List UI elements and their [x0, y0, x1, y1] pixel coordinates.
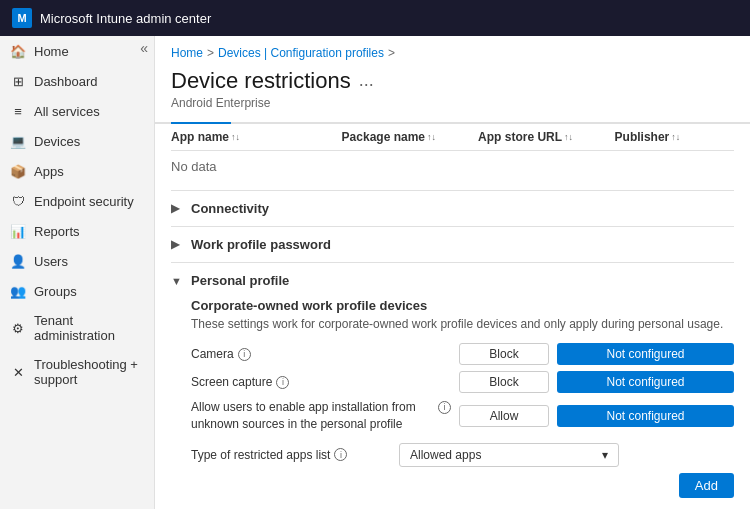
sidebar-item-all-services[interactable]: ≡All services — [0, 96, 154, 126]
unknown-sources-not-configured-button[interactable]: Not configured — [557, 405, 734, 427]
unknown-sources-label: Allow users to enable app installation f… — [191, 399, 451, 433]
devices-icon: 💻 — [10, 133, 26, 149]
camera-not-configured-button[interactable]: Not configured — [557, 343, 734, 365]
app-table-no-data: No data — [171, 151, 734, 182]
top-bar-title: Microsoft Intune admin center — [40, 11, 211, 26]
sidebar-item-troubleshooting[interactable]: ✕Troubleshooting + support — [0, 350, 154, 394]
section-connectivity: ▶ Connectivity — [171, 190, 734, 226]
breadcrumb-config-profiles[interactable]: Devices | Configuration profiles — [218, 46, 384, 60]
tenant-admin-icon: ⚙ — [10, 320, 26, 336]
sort-app-name-icon[interactable]: ↑↓ — [231, 132, 240, 142]
sidebar-label-home: Home — [34, 44, 69, 59]
section-work-profile-password-header[interactable]: ▶ Work profile password — [171, 227, 734, 262]
section-work-profile-password: ▶ Work profile password — [171, 226, 734, 262]
screen-capture-label: Screen capture i — [191, 375, 451, 389]
main-content: Home > Devices | Configuration profiles … — [155, 36, 750, 509]
sidebar-label-tenant-admin: Tenant administration — [34, 313, 144, 343]
screen-capture-info-icon[interactable]: i — [276, 376, 289, 389]
sidebar-item-dashboard[interactable]: ⊞Dashboard — [0, 66, 154, 96]
personal-profile-content: Corporate-owned work profile devices The… — [171, 298, 734, 509]
breadcrumb-sep-1: > — [207, 46, 214, 60]
sidebar-item-apps[interactable]: 📦Apps — [0, 156, 154, 186]
breadcrumb-home[interactable]: Home — [171, 46, 203, 60]
sidebar: « 🏠Home⊞Dashboard≡All services💻Devices📦A… — [0, 36, 155, 509]
sidebar-label-devices: Devices — [34, 134, 80, 149]
section-connectivity-header[interactable]: ▶ Connectivity — [171, 191, 734, 226]
app-table-header: App name ↑↓ Package name ↑↓ App store UR… — [171, 124, 734, 151]
home-icon: 🏠 — [10, 43, 26, 59]
sort-pkg-name-icon[interactable]: ↑↓ — [427, 132, 436, 142]
content-area: App name ↑↓ Package name ↑↓ App store UR… — [155, 124, 750, 509]
sidebar-label-dashboard: Dashboard — [34, 74, 98, 89]
col-pkg-name: Package name ↑↓ — [342, 130, 478, 144]
tab-active-indicator — [171, 122, 231, 124]
sidebar-item-devices[interactable]: 💻Devices — [0, 126, 154, 156]
restricted-apps-dropdown-icon: ▾ — [602, 448, 608, 462]
page-title: Device restrictions — [171, 68, 351, 94]
breadcrumb-sep-2: > — [388, 46, 395, 60]
sidebar-label-troubleshooting: Troubleshooting + support — [34, 357, 144, 387]
camera-label: Camera i — [191, 347, 451, 361]
top-bar: M Microsoft Intune admin center — [0, 0, 750, 36]
sidebar-item-endpoint-security[interactable]: 🛡Endpoint security — [0, 186, 154, 216]
app-icon: M — [12, 8, 32, 28]
page-subtitle: Android Enterprise — [171, 96, 351, 110]
sidebar-label-all-services: All services — [34, 104, 100, 119]
work-profile-chevron-icon: ▶ — [171, 238, 185, 251]
sidebar-item-tenant-admin[interactable]: ⚙Tenant administration — [0, 306, 154, 350]
restricted-apps-label: Type of restricted apps list i — [191, 448, 391, 462]
camera-setting-row: Camera i Block Not configured — [191, 343, 734, 365]
col-publisher: Publisher ↑↓ — [615, 130, 734, 144]
unknown-sources-setting-row: Allow users to enable app installation f… — [191, 399, 734, 433]
apps-icon: 📦 — [10, 163, 26, 179]
sidebar-item-groups[interactable]: 👥Groups — [0, 276, 154, 306]
troubleshooting-icon: ✕ — [10, 364, 26, 380]
sidebar-item-users[interactable]: 👤Users — [0, 246, 154, 276]
section-personal-profile: ▼ Personal profile Corporate-owned work … — [171, 262, 734, 509]
sidebar-collapse-button[interactable]: « — [140, 40, 148, 56]
unknown-sources-info-icon[interactable]: i — [438, 401, 451, 414]
screen-capture-option[interactable]: Block — [459, 371, 549, 393]
more-actions-button[interactable]: ··· — [359, 74, 374, 95]
app-table: App name ↑↓ Package name ↑↓ App store UR… — [171, 124, 734, 182]
screen-capture-setting-row: Screen capture i Block Not configured — [191, 371, 734, 393]
screen-capture-not-configured-button[interactable]: Not configured — [557, 371, 734, 393]
users-icon: 👤 — [10, 253, 26, 269]
camera-info-icon[interactable]: i — [238, 348, 251, 361]
sidebar-label-groups: Groups — [34, 284, 77, 299]
restricted-apps-select[interactable]: Allowed apps ▾ — [399, 443, 619, 467]
sidebar-label-endpoint-security: Endpoint security — [34, 194, 134, 209]
unknown-sources-option[interactable]: Allow — [459, 405, 549, 427]
tab-bar — [155, 122, 750, 124]
connectivity-chevron-icon: ▶ — [171, 202, 185, 215]
add-button[interactable]: Add — [679, 473, 734, 498]
breadcrumb: Home > Devices | Configuration profiles … — [155, 36, 750, 64]
sidebar-item-reports[interactable]: 📊Reports — [0, 216, 154, 246]
sidebar-label-users: Users — [34, 254, 68, 269]
corp-owned-desc: These settings work for corporate-owned … — [191, 317, 734, 331]
personal-profile-chevron-icon: ▼ — [171, 275, 185, 287]
groups-icon: 👥 — [10, 283, 26, 299]
endpoint-security-icon: 🛡 — [10, 193, 26, 209]
sort-url-icon[interactable]: ↑↓ — [564, 132, 573, 142]
all-services-icon: ≡ — [10, 103, 26, 119]
sort-publisher-icon[interactable]: ↑↓ — [671, 132, 680, 142]
sidebar-label-reports: Reports — [34, 224, 80, 239]
camera-option[interactable]: Block — [459, 343, 549, 365]
page-header: Device restrictions Android Enterprise ·… — [155, 64, 750, 122]
reports-icon: 📊 — [10, 223, 26, 239]
sidebar-item-home[interactable]: 🏠Home — [0, 36, 154, 66]
section-personal-profile-header[interactable]: ▼ Personal profile — [171, 263, 734, 298]
corp-owned-title: Corporate-owned work profile devices — [191, 298, 734, 313]
restricted-apps-row: Type of restricted apps list i Allowed a… — [191, 443, 734, 467]
restricted-apps-info-icon[interactable]: i — [334, 448, 347, 461]
col-url: App store URL ↑↓ — [478, 130, 614, 144]
col-app-name: App name ↑↓ — [171, 130, 342, 144]
sidebar-label-apps: Apps — [34, 164, 64, 179]
dashboard-icon: ⊞ — [10, 73, 26, 89]
